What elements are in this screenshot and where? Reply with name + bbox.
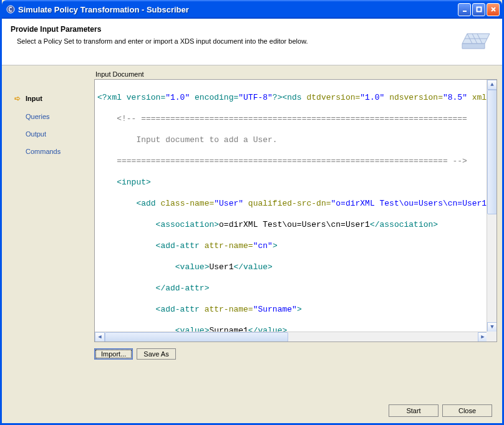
vertical-scroll-thumb[interactable] — [487, 90, 497, 214]
sidebar-item-commands[interactable]: Commands — [13, 143, 88, 160]
xml-content[interactable]: <?xml version="1.0" encoding="UTF-8"?><n… — [97, 82, 492, 342]
sidebar-item-queries[interactable]: Queries — [13, 108, 88, 125]
window-title: Simulate Policy Transformation - Subscri… — [18, 5, 458, 14]
sidebar-item-input[interactable]: ➪ Input — [13, 89, 88, 108]
page-description: Select a Policy Set to transform and ent… — [17, 37, 453, 45]
scroll-down-icon[interactable]: ▼ — [487, 322, 497, 332]
svg-rect-2 — [9, 11, 12, 12]
svg-point-0 — [7, 6, 14, 13]
sidebar-item-label: Queries — [26, 113, 50, 120]
maximize-button[interactable] — [472, 3, 485, 16]
current-step-arrow-icon: ➪ — [14, 94, 23, 103]
sidebar-item-output[interactable]: Output — [13, 125, 88, 143]
svg-rect-1 — [9, 7, 12, 8]
import-button[interactable]: Import... — [94, 348, 133, 360]
wizard-sidebar: ➪ Input Queries Output Commands — [7, 70, 90, 360]
close-window-button[interactable] — [487, 3, 500, 16]
app-icon — [6, 4, 16, 14]
xml-editor[interactable]: <?xml version="1.0" encoding="UTF-8"?><n… — [94, 79, 497, 342]
editor-label: Input Document — [95, 70, 497, 78]
horizontal-scrollbar[interactable]: ◀ ▶ — [95, 332, 488, 341]
close-button[interactable]: Close — [442, 404, 492, 417]
vertical-scrollbar[interactable]: ▲ ▼ — [487, 80, 497, 332]
window-titlebar: Simulate Policy Transformation - Subscri… — [2, 0, 502, 19]
start-button[interactable]: Start — [389, 404, 439, 417]
svg-rect-3 — [9, 8, 10, 11]
horizontal-scroll-thumb[interactable] — [105, 332, 288, 342]
svg-marker-9 — [462, 44, 485, 49]
minimize-button[interactable] — [458, 3, 471, 16]
scroll-left-icon[interactable]: ◀ — [95, 332, 105, 342]
sidebar-item-label: Commands — [26, 148, 61, 155]
sidebar-item-label: Output — [26, 130, 46, 138]
scroll-up-icon[interactable]: ▲ — [487, 80, 497, 90]
scroll-corner — [487, 332, 497, 341]
banner-graphic-icon — [453, 25, 493, 56]
wizard-header: Provide Input Parameters Select a Policy… — [2, 19, 502, 65]
svg-rect-5 — [477, 7, 481, 12]
sidebar-item-label: Input — [26, 95, 42, 102]
save-as-button[interactable]: Save As — [137, 348, 175, 360]
page-title: Provide Input Parameters — [11, 25, 453, 34]
